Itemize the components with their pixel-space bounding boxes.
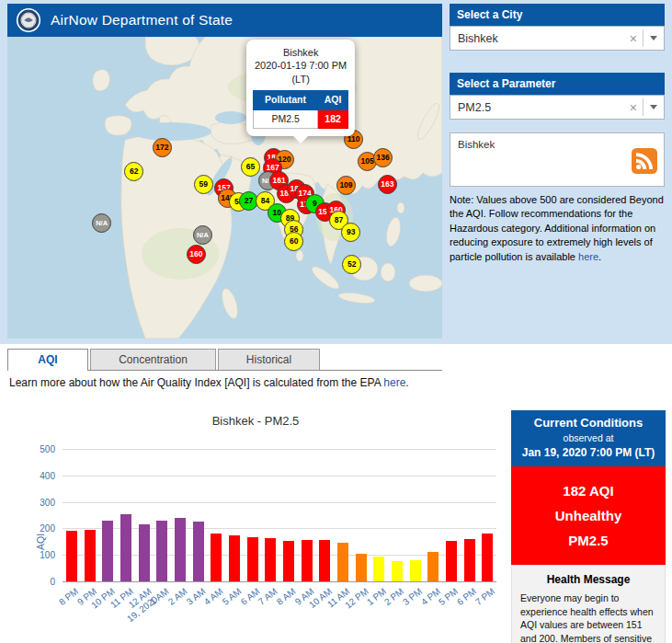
chart-bar[interactable]: [392, 561, 403, 581]
learn-more-period: .: [405, 376, 408, 389]
chart-plot: [63, 449, 496, 582]
y-tick-label: 300: [22, 498, 55, 508]
parameter-dropdown-button[interactable]: [644, 96, 664, 119]
popup-col-aqi: AQI: [318, 90, 348, 109]
aqi-marker[interactable]: 93: [341, 223, 360, 242]
select-parameter-header: Select a Parameter: [450, 73, 665, 95]
sidebar-note-text: Note: Values above 500 are considered Be…: [450, 194, 664, 262]
y-tick-label: 100: [22, 550, 55, 560]
chart-title: Bishkek - PM2.5: [7, 414, 504, 428]
current-conditions-header: Current Conditions observed at Jan 19, 2…: [511, 410, 666, 466]
aqi-category: Unhealthy: [515, 503, 662, 528]
popup-datetime: 2020-01-19 7:00 PM (LT): [253, 59, 348, 86]
chart-bar[interactable]: [302, 540, 313, 582]
tab-concentration[interactable]: Concentration: [90, 349, 216, 370]
chart-bar[interactable]: [356, 554, 367, 581]
sidebar-note-period: .: [598, 251, 601, 262]
sidebar-note-link[interactable]: here: [578, 251, 598, 262]
chart-bar[interactable]: [482, 534, 493, 581]
page-title: AirNow Department of State: [51, 12, 233, 29]
popup-aqi-value: 182: [318, 109, 348, 129]
chart-bar[interactable]: [337, 543, 348, 581]
health-message-box: Health Message Everyone may begin to exp…: [511, 565, 666, 643]
tab-bar: AQI Concentration Historical: [7, 349, 442, 371]
dos-seal-logo: [16, 7, 41, 33]
chart-bar[interactable]: [229, 535, 240, 581]
aqi-marker[interactable]: 65: [241, 157, 260, 177]
observed-at-label: observed at: [515, 432, 662, 443]
chart-bar[interactable]: [175, 518, 186, 581]
chart-y-axis: 0100200300400500: [22, 449, 59, 582]
popup-city: Bishkek: [253, 46, 348, 59]
chart-bar[interactable]: [410, 560, 421, 581]
sidebar-note: Note: Values above 500 are considered Be…: [450, 193, 665, 264]
popup-pollutant-value: PM2.5: [254, 109, 318, 129]
chart-bar[interactable]: [464, 539, 475, 581]
chart-bar[interactable]: [193, 522, 204, 581]
parameter-select[interactable]: PM2.5 ×: [450, 95, 665, 120]
city-dropdown-button[interactable]: [644, 27, 664, 50]
chart-bar[interactable]: [247, 537, 258, 581]
aqi-bar-chart: Bishkek - PM2.5 AQI 0100200300400500 8 P…: [7, 403, 504, 643]
chart-bar[interactable]: [120, 514, 131, 581]
rss-icon[interactable]: [632, 148, 657, 174]
tab-aqi[interactable]: AQI: [7, 349, 88, 371]
chart-bar[interactable]: [283, 541, 294, 581]
chevron-down-icon: [650, 36, 657, 40]
current-conditions-title: Current Conditions: [515, 416, 662, 430]
chart-bar[interactable]: [211, 534, 222, 581]
health-message-body: Everyone may begin to experience health …: [520, 591, 656, 643]
city-feed-box: Bishkek: [450, 132, 665, 187]
health-message-title: Health Message: [520, 573, 656, 586]
learn-more-link[interactable]: here: [383, 376, 405, 389]
chart-bar[interactable]: [85, 530, 96, 581]
learn-more-line: Learn more about how the Air Quality Ind…: [9, 376, 409, 389]
city-select-value: Bishkek: [458, 32, 498, 45]
y-tick-label: 400: [22, 471, 55, 481]
aqi-pollutant: PM2.5: [515, 528, 662, 553]
aqi-marker[interactable]: 52: [342, 255, 361, 274]
y-tick-label: 0: [22, 577, 55, 587]
y-tick-label: 200: [22, 523, 55, 534]
feed-city-label: Bishkek: [458, 139, 495, 150]
city-select[interactable]: Bishkek ×: [450, 26, 665, 51]
world-aqi-map[interactable]: 17262591571435827658410895660181120167N/…: [7, 37, 442, 339]
aqi-value: 182 AQI: [515, 478, 662, 503]
parameter-select-value: PM2.5: [458, 101, 491, 114]
chevron-down-icon: [650, 105, 657, 109]
app-header: AirNow Department of State: [7, 4, 442, 37]
observed-at-datetime: Jan 19, 2020 7:00 PM (LT): [515, 446, 662, 459]
aqi-marker[interactable]: 62: [124, 162, 143, 181]
chart-bar[interactable]: [373, 557, 384, 581]
chart-bar[interactable]: [102, 521, 113, 581]
select-city-header: Select a City: [450, 4, 665, 26]
learn-more-text: Learn more about how the Air Quality Ind…: [9, 376, 383, 389]
y-tick-label: 500: [22, 444, 55, 454]
aqi-marker[interactable]: 172: [153, 138, 172, 157]
aqi-marker[interactable]: 136: [373, 148, 393, 167]
chart-bar[interactable]: [265, 538, 276, 581]
chart-bar[interactable]: [319, 540, 330, 582]
popup-aqi-table: Pollutant AQI PM2.5 182: [253, 90, 348, 129]
parameter-clear-icon[interactable]: ×: [624, 100, 643, 115]
page: AirNow Department of State: [0, 0, 672, 643]
popup-col-pollutant: Pollutant: [254, 90, 318, 109]
aqi-marker[interactable]: N/A: [193, 225, 212, 245]
tab-historical[interactable]: Historical: [218, 349, 320, 370]
aqi-marker[interactable]: 109: [336, 176, 356, 195]
map-popup: Bishkek 2020-01-19 7:00 PM (LT) Pollutan…: [246, 40, 355, 136]
aqi-marker[interactable]: 160: [187, 245, 206, 264]
current-conditions-panel: Current Conditions observed at Jan 19, 2…: [511, 410, 666, 643]
sidebar: Select a City Bishkek × Select a Paramet…: [450, 4, 665, 264]
aqi-marker[interactable]: 163: [378, 175, 397, 194]
chart-bar[interactable]: [66, 531, 77, 581]
chart-bar[interactable]: [139, 524, 150, 581]
city-clear-icon[interactable]: ×: [624, 31, 643, 46]
chart-bar[interactable]: [427, 552, 439, 581]
chart-bar[interactable]: [446, 541, 457, 581]
chart-bar[interactable]: [156, 521, 167, 581]
aqi-value-block: 182 AQI Unhealthy PM2.5: [511, 466, 666, 565]
aqi-marker[interactable]: 59: [194, 175, 213, 194]
chart-x-axis: 8 PM9 PM10 PM11 PM12 AM19, 20201 AM2 AM3…: [63, 584, 496, 641]
